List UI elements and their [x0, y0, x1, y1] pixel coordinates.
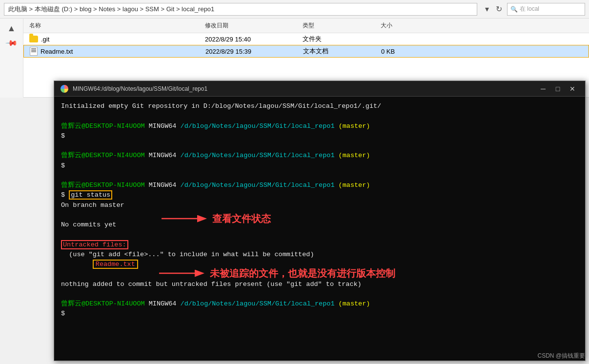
term-path-3: /d/blog/Notes/lagou/SSM/Git/local_repo1 — [181, 182, 335, 189]
term-space3 — [335, 182, 339, 189]
term-space3 — [335, 152, 339, 159]
refresh-btn[interactable]: ↻ — [494, 3, 504, 15]
file-name-cell: .git — [29, 36, 205, 43]
term-git-status-line: $ git status — [61, 190, 578, 200]
term-prompt-line-1 — [61, 111, 578, 121]
folder-icon — [29, 36, 38, 42]
terminal-title: MINGW64:/d/blog/Notes/lagou/SSM/Git/loca… — [73, 85, 536, 92]
term-readme-line: Readme.txt — [61, 260, 578, 269]
term-prompt-line-2: 曾辉云@DESKTOP-NI4UOOM MINGW64 /d/blog/Note… — [61, 151, 578, 161]
term-dollar-line-2: $ — [61, 161, 578, 171]
term-blank-1 — [61, 141, 578, 151]
terminal-window: MINGW64:/d/blog/Notes/lagou/SSM/Git/loca… — [54, 81, 586, 361]
file-type: 文本文档 — [303, 47, 381, 56]
search-placeholder: 在 local — [520, 5, 539, 13]
close-btn[interactable]: ✕ — [566, 83, 579, 95]
readme-box: Readme.txt — [93, 260, 138, 269]
term-dollar-line-1: $ — [61, 131, 578, 141]
term-on-branch: On branch master — [61, 201, 578, 210]
search-box[interactable]: 🔍 在 local — [507, 3, 585, 16]
terminal-titlebar[interactable]: MINGW64:/d/blog/Notes/lagou/SSM/Git/loca… — [54, 81, 585, 97]
path-text: 此电脑 > 本地磁盘 (D:) > blog > Notes > lagou >… — [8, 5, 214, 14]
term-path-2: /d/blog/Notes/lagou/SSM/Git/local_repo1 — [181, 152, 335, 159]
address-bar-right: ▾ ↻ 🔍 在 local — [483, 3, 585, 16]
term-prompt-line-1: 曾辉云@DESKTOP-NI4UOOM MINGW64 /d/blog/Note… — [61, 121, 578, 131]
address-bar: 此电脑 > 本地磁盘 (D:) > blog > Notes > lagou >… — [0, 0, 589, 19]
term-no-commits: No commits yet — [61, 220, 578, 230]
header-type: 类型 — [303, 20, 381, 31]
term-branch-3: (master) — [339, 182, 370, 189]
git-status-cmd: git status — [69, 190, 112, 200]
term-tool: MINGW64 — [149, 122, 177, 130]
term-blank-4 — [61, 230, 578, 240]
maximize-btn[interactable]: □ — [551, 83, 565, 95]
term-blank-3 — [61, 210, 578, 220]
term-user-3: 曾辉云@DESKTOP-NI4UOOM — [61, 182, 145, 189]
term-untracked-line: Untracked files: — [61, 240, 578, 250]
term-init-line: Initialized empty Git repository in D:/b… — [61, 101, 578, 111]
term-path-4: /d/blog/Notes/lagou/SSM/Git/local_repo1 — [181, 300, 335, 307]
term-blank-5 — [61, 269, 578, 279]
dropdown-btn[interactable]: ▾ — [483, 3, 491, 15]
file-modified: 2022/8/29 15:40 — [205, 36, 303, 43]
term-space: MINGW64 — [145, 300, 181, 307]
header-modified: 修改日期 — [205, 20, 303, 31]
term-space2 — [176, 122, 180, 130]
file-modified: 2022/8/29 15:39 — [205, 48, 303, 55]
pin-icon[interactable]: 📌 — [5, 37, 19, 50]
term-space3 — [335, 300, 339, 307]
csdn-watermark: CSDN @搞钱重要 — [537, 352, 585, 360]
sidebar-strip: ▲ 📌 — [0, 19, 23, 98]
term-blank-2 — [61, 171, 578, 181]
term-prompt-line-3: 曾辉云@DESKTOP-NI4UOOM MINGW64 /d/blog/Note… — [61, 181, 578, 190]
file-size: 0 KB — [381, 48, 430, 55]
search-icon: 🔍 — [510, 6, 518, 13]
untracked-box: Untracked files: — [61, 240, 128, 249]
address-bar-path[interactable]: 此电脑 > 本地磁盘 (D:) > blog > Notes > lagou >… — [4, 3, 477, 16]
file-list-header[interactable]: 名称 修改日期 类型 大小 — [23, 19, 589, 33]
up-arrow-icon[interactable]: ▲ — [6, 22, 17, 35]
terminal-controls: ─ □ ✕ — [536, 83, 579, 95]
term-git-add-hint: (use "git add <file>..." to include in w… — [61, 250, 578, 260]
file-name: Readme.txt — [41, 48, 73, 55]
term-prompt-line-4: 曾辉云@DESKTOP-NI4UOOM MINGW64 /d/blog/Note… — [61, 299, 578, 309]
term-space: MINGW64 — [145, 182, 181, 189]
term-branch-2: (master) — [339, 152, 370, 159]
mingw-icon — [61, 85, 68, 93]
file-name: .git — [41, 36, 49, 43]
term-space3 — [335, 122, 339, 130]
file-row[interactable]: .git 2022/8/29 15:40 文件夹 — [23, 33, 589, 45]
minimize-btn[interactable]: ─ — [536, 83, 550, 95]
term-space: MINGW64 — [145, 152, 181, 159]
terminal-icon — [60, 84, 69, 93]
term-dollar-final: $ — [61, 309, 578, 319]
term-user: 曾辉云@DESKTOP-NI4UOOM — [61, 122, 145, 130]
file-type: 文件夹 — [303, 35, 381, 43]
term-nothing-added: nothing added to commit but untracked fi… — [61, 280, 578, 289]
term-path: /d/blog/Notes/lagou/SSM/Git/local_repo1 — [181, 122, 335, 130]
term-space — [145, 122, 149, 130]
header-name: 名称 — [29, 20, 205, 31]
txt-icon — [30, 47, 38, 56]
file-name-cell: Readme.txt — [30, 47, 205, 56]
file-row[interactable]: Readme.txt 2022/8/29 15:39 文本文档 0 KB — [23, 45, 589, 58]
term-blank-6 — [61, 289, 578, 299]
terminal-body[interactable]: Initialized empty Git repository in D:/b… — [54, 97, 585, 361]
term-user-2: 曾辉云@DESKTOP-NI4UOOM — [61, 152, 145, 159]
term-branch: (master) — [339, 122, 370, 130]
term-branch-4: (master) — [339, 300, 370, 307]
header-size: 大小 — [381, 20, 429, 31]
term-user-4: 曾辉云@DESKTOP-NI4UOOM — [61, 300, 145, 307]
